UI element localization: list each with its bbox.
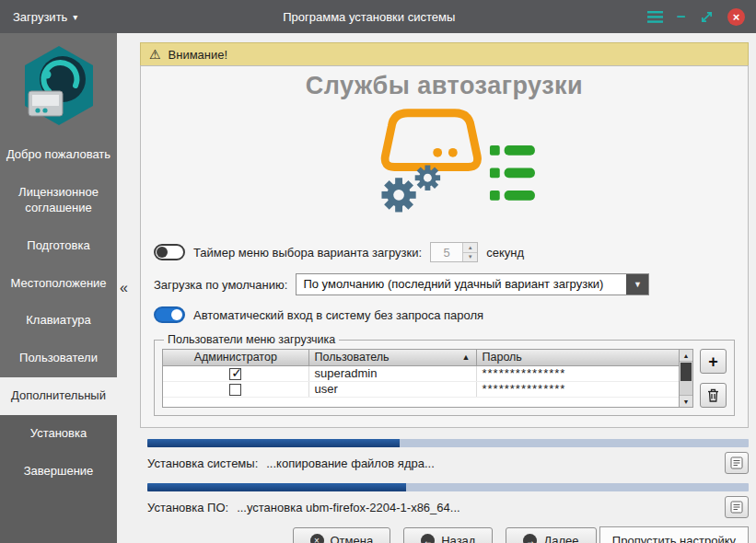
delete-user-button[interactable] — [700, 383, 727, 408]
autostart-services-icon — [154, 102, 735, 231]
cancel-button[interactable]: × Отмена — [293, 527, 391, 543]
scrollbar-thumb[interactable] — [680, 363, 692, 381]
sidebar-item-keyboard[interactable]: Клавиатура — [0, 302, 117, 340]
app-logo — [0, 33, 117, 136]
cancel-icon: × — [310, 534, 324, 543]
system-progress-row: Установка системы: ...копирование файлов… — [147, 452, 749, 474]
next-button[interactable]: → Далее — [506, 527, 596, 543]
user-cell: superadmin — [308, 365, 476, 381]
window-title: Программа установки системы — [90, 10, 647, 24]
warning-icon: ⚠ — [149, 47, 161, 62]
system-progress-bar — [147, 439, 749, 447]
warning-text: Внимание! — [169, 48, 228, 62]
scrollbar-track[interactable] — [680, 362, 692, 395]
user-cell: user — [308, 381, 476, 397]
admin-checkbox[interactable] — [229, 368, 241, 380]
timer-spinbox: ▲ ▼ — [430, 242, 478, 262]
scroll-down-icon[interactable]: ▼ — [680, 395, 692, 407]
software-progress-fill — [147, 483, 406, 491]
hamburger-menu-icon[interactable] — [647, 11, 663, 23]
sidebar-item-location[interactable]: Местоположение — [0, 265, 117, 303]
progress-section: Установка системы: ...копирование файлов… — [140, 439, 749, 520]
log-icon — [730, 456, 743, 469]
table-header-row: Администратор Пользователь▲ Пароль — [163, 350, 679, 365]
column-header-admin[interactable]: Администратор — [163, 350, 308, 365]
system-progress-label: Установка системы: — [147, 456, 258, 470]
page-title: Службы автозагрузки — [154, 72, 735, 100]
next-arrow-icon: → — [523, 534, 537, 543]
toggle-knob — [171, 309, 182, 320]
cancel-label: Отмена — [331, 534, 374, 543]
back-button[interactable]: ← Назад — [403, 527, 493, 543]
software-progress-label: Установка ПО: — [147, 501, 228, 514]
software-progress-status: ...установка ubm-firefox-2204-1-x86_64..… — [237, 501, 460, 514]
table-row[interactable]: user *************** — [163, 381, 679, 397]
scroll-up-icon[interactable]: ▲ — [680, 350, 692, 362]
sort-asc-icon: ▲ — [462, 352, 471, 362]
load-menu-label: Загрузить — [13, 10, 67, 24]
timer-value-input[interactable] — [431, 243, 462, 261]
autologin-label: Автоматический вход в систему без запрос… — [193, 308, 483, 322]
collapse-strip: « — [117, 33, 140, 543]
titlebar: Загрузить ▾ Программа установки системы … — [0, 0, 756, 33]
sidebar-collapse-button[interactable]: « — [120, 280, 128, 296]
close-button[interactable]: × — [727, 8, 745, 26]
maximize-icon — [700, 10, 714, 24]
timer-label: Таймер меню выбора варианта загрузки: — [193, 246, 422, 260]
sidebar-item-completion[interactable]: Завершение — [0, 453, 117, 491]
chevron-down-icon: ▾ — [73, 12, 77, 22]
close-icon: × — [727, 8, 745, 26]
bootloader-users-group: Пользователи меню загрузчика Администрат… — [154, 333, 735, 416]
toggle-knob — [157, 247, 168, 258]
installer-window: Загрузить ▾ Программа установки системы … — [0, 0, 756, 543]
default-boot-select[interactable]: По умолчанию (последний удачный вариант … — [296, 273, 649, 295]
admin-checkbox[interactable] — [229, 384, 241, 396]
sidebar-item-license[interactable]: Лицензионное соглашение — [0, 174, 117, 227]
next-label: Далее — [543, 534, 578, 543]
sidebar-filler — [0, 491, 117, 543]
default-boot-row: Загрузка по умолчанию: По умолчанию (пос… — [154, 273, 735, 295]
minimize-button[interactable]: − — [677, 9, 686, 25]
default-boot-label: Загрузка по умолчанию: — [154, 278, 287, 292]
software-progress-row: Установка ПО: ...установка ubm-firefox-2… — [147, 496, 749, 518]
back-label: Назад — [441, 534, 475, 543]
spin-up-icon[interactable]: ▲ — [463, 243, 477, 253]
sidebar-item-installation[interactable]: Установка — [0, 415, 117, 453]
autostart-panel: Службы автозагрузки — [140, 65, 749, 428]
spinner-buttons: ▲ ▼ — [462, 243, 477, 261]
combo-dropdown-icon[interactable]: ▼ — [626, 274, 648, 295]
sidebar-item-additional[interactable]: Дополнительный — [0, 377, 117, 415]
system-progress-status: ...копирование файлов ядра... — [266, 456, 435, 470]
add-user-button[interactable]: + — [700, 349, 727, 374]
skip-button[interactable]: Пропустить настройку — [599, 526, 749, 543]
timer-row: Таймер меню выбора варианта загрузки: ▲ … — [154, 242, 735, 262]
sidebar-item-users[interactable]: Пользователи — [0, 340, 117, 377]
system-progress-fill — [147, 439, 400, 447]
users-group-legend: Пользователи меню загрузчика — [164, 333, 339, 346]
main-content: ⚠ Внимание! Службы автозагрузки — [140, 33, 756, 543]
timer-unit-label: секунд — [486, 246, 524, 260]
trash-icon — [707, 388, 719, 402]
minimize-icon: − — [677, 9, 686, 25]
column-header-password[interactable]: Пароль — [476, 350, 679, 365]
load-menu-button[interactable]: Загрузить ▾ — [0, 0, 90, 33]
back-arrow-icon: ← — [421, 534, 435, 543]
password-cell: *************** — [476, 365, 679, 381]
table-scrollbar[interactable]: ▲ ▼ — [679, 350, 692, 407]
timer-toggle[interactable] — [154, 244, 185, 260]
software-log-button[interactable] — [725, 496, 749, 518]
steps-sidebar: Добро пожаловать Лицензионное соглашение… — [0, 33, 117, 543]
maximize-button[interactable] — [700, 10, 714, 24]
column-header-user[interactable]: Пользователь▲ — [308, 350, 476, 365]
warning-banner: ⚠ Внимание! — [140, 42, 749, 65]
spin-down-icon[interactable]: ▼ — [463, 253, 477, 262]
system-log-button[interactable] — [725, 452, 749, 474]
software-progress-bar — [147, 483, 749, 491]
sidebar-item-preparation[interactable]: Подготовка — [0, 227, 117, 265]
sidebar-item-welcome[interactable]: Добро пожаловать — [0, 136, 117, 174]
users-table: Администратор Пользователь▲ Пароль super… — [162, 349, 693, 408]
autologin-toggle[interactable] — [154, 306, 185, 323]
log-icon — [730, 501, 743, 514]
table-row[interactable]: superadmin *************** — [163, 365, 679, 381]
autologin-row: Автоматический вход в систему без запрос… — [154, 306, 735, 323]
